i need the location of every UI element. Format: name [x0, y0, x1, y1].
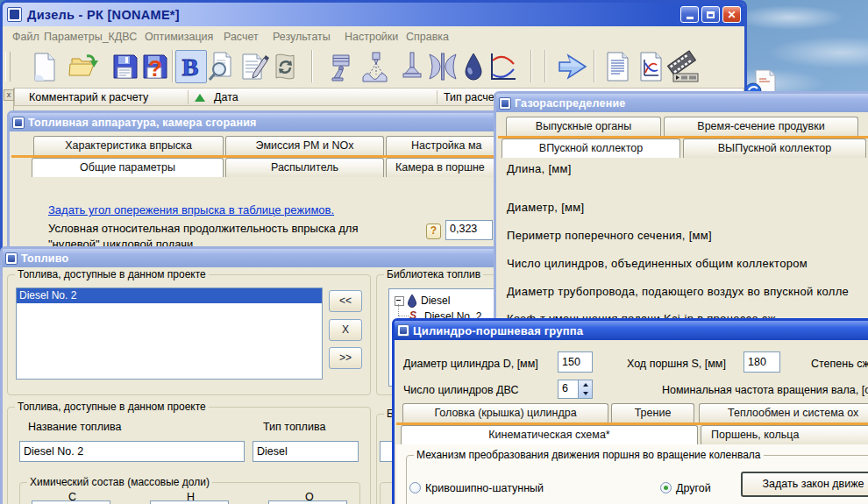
injection-advance-link[interactable]: Задать угол опережения впрыска в таблице… — [48, 203, 334, 217]
tab-friction[interactable]: Трение — [611, 403, 694, 422]
menu-calculation[interactable]: Расчет — [224, 31, 259, 43]
refresh-document-button[interactable] — [269, 50, 301, 83]
gas-row-pipe-diameter: Диаметр трубопровода, подающего воздух в… — [507, 285, 849, 298]
chem-c-input[interactable] — [32, 500, 110, 504]
toolbar-separator — [530, 50, 532, 82]
open-file-button[interactable] — [68, 50, 100, 83]
new-document-button[interactable] — [29, 50, 60, 83]
chem-h-input[interactable] — [150, 500, 229, 504]
scavenging-ports-button[interactable] — [426, 50, 458, 83]
menu-results[interactable]: Результаты — [273, 31, 331, 43]
help-button[interactable]: ? — [426, 224, 441, 239]
gas-title: Газораспределение — [515, 97, 625, 110]
tab-heat-exchange[interactable]: Теплообмен и система ох — [699, 403, 868, 422]
scavenging-ports-icon — [426, 50, 459, 83]
param-label-line1: Условная относительная продолжительность… — [48, 222, 358, 235]
tab-time-section[interactable]: Время-сечение продувки — [664, 117, 858, 136]
window-icon — [499, 97, 511, 110]
save-question-button[interactable]: ? — [139, 50, 170, 83]
fuel-listbox[interactable]: Diesel No. 2 — [16, 287, 323, 380]
save-button[interactable] — [109, 50, 140, 83]
stroke-label: Ход поршня S, [мм] — [627, 358, 726, 370]
move-right-button[interactable]: >> — [329, 347, 362, 369]
tab-intake-manifold[interactable]: ВПускной коллектор — [502, 138, 680, 158]
menu-engine-params[interactable]: Параметры_КДВС — [44, 31, 137, 43]
new-document-icon — [29, 50, 60, 83]
fuel-type-label: Тип топлива — [263, 421, 325, 433]
move-left-button[interactable]: << — [329, 290, 362, 312]
bore-input[interactable]: 150 — [558, 351, 593, 373]
stroke-input[interactable]: 180 — [743, 351, 780, 373]
other-radio[interactable] — [660, 482, 672, 493]
tab-injection-characteristic[interactable]: Характеристика впрыска — [33, 136, 224, 155]
b-tool-button[interactable]: B — [175, 50, 207, 83]
injector-spray-icon — [359, 50, 394, 83]
tab-kinematic-scheme[interactable]: Кинематическая схема* — [401, 425, 698, 444]
minimize-button[interactable] — [680, 6, 699, 23]
sort-ascending-icon[interactable] — [195, 94, 205, 102]
project-fuels-group-label: Топлива, доступные в данном проекте — [15, 268, 209, 280]
close-button[interactable]: ✕ — [722, 6, 741, 23]
results-chart-button[interactable] — [635, 50, 666, 83]
results-chart-icon — [635, 50, 666, 83]
edit-document-button[interactable] — [238, 50, 269, 83]
gas-row-length: Длина, [мм] — [507, 162, 572, 175]
window-icon — [12, 117, 25, 129]
fuel-name-input[interactable]: Diesel No. 2 — [19, 441, 245, 462]
tree-collapse-icon[interactable] — [395, 296, 404, 306]
stepper-down-icon[interactable] — [583, 392, 588, 395]
toolbar-grip — [5, 52, 11, 82]
header-date[interactable]: Дата — [214, 91, 238, 103]
tab-general-params[interactable]: Общие параметры — [32, 158, 224, 177]
run-calculation-button[interactable] — [557, 50, 588, 83]
motion-law-button[interactable]: Задать закон движе — [741, 472, 868, 497]
cylinder-count-label: Число цилиндров ДВС — [403, 384, 518, 396]
gas-row-diameter: Диаметр, [мм] — [507, 201, 584, 214]
tab-cylinder-head[interactable]: Головка (крышка) цилиндра — [402, 403, 608, 422]
menu-optimization[interactable]: Оптимизация — [145, 31, 213, 43]
delete-fuel-button[interactable]: X — [329, 319, 362, 341]
tree-item-diesel[interactable]: Diesel — [421, 295, 450, 307]
injector-spray-button[interactable] — [359, 50, 390, 83]
menu-file[interactable]: Файл — [12, 31, 39, 43]
menu-settings[interactable]: Настройки — [345, 31, 398, 43]
svg-text:B: B — [182, 53, 199, 81]
panel-close-button[interactable]: x — [4, 89, 14, 101]
fuel-apparatus-title: Топливная аппаратура, камера сгорания — [28, 117, 257, 129]
piston-button[interactable] — [325, 50, 357, 83]
tab-piston-rings[interactable]: Поршень, кольца — [701, 425, 868, 444]
tab-exhaust-organs[interactable]: Выпускные органы — [506, 117, 661, 136]
save-question-icon: ? — [139, 50, 170, 83]
cylinder-group-window: Цилиндро-поршневая группа Диаметр цилинд… — [392, 318, 868, 504]
toolbar-separator — [544, 50, 546, 82]
preview-document-button[interactable] — [206, 50, 238, 83]
stepper-buttons[interactable] — [578, 380, 592, 398]
cylinder-count-stepper[interactable]: 6 — [558, 380, 593, 399]
chem-o-input[interactable] — [268, 500, 347, 504]
animation-button[interactable] — [666, 50, 701, 83]
fuel-type-input[interactable]: Diesel — [253, 441, 359, 462]
report-button[interactable] — [601, 50, 633, 83]
cylinder-count-value: 6 — [562, 382, 568, 394]
injection-duration-input[interactable]: 0,323 — [445, 220, 493, 240]
fuel-drop-icon — [407, 294, 417, 308]
tab-exhaust-manifold[interactable]: ВЫПускной коллектор — [683, 138, 866, 158]
maximize-icon — [707, 11, 715, 18]
stepper-up-icon[interactable] — [583, 383, 588, 387]
fuel-drop-button[interactable] — [461, 50, 486, 83]
main-titlebar[interactable]: Дизель - РК [NONAME*] — [3, 3, 744, 26]
fuel-titlebar[interactable]: Топливо — [3, 249, 527, 267]
maximize-button[interactable] — [701, 6, 720, 23]
crank-radio[interactable] — [409, 482, 421, 493]
header-comment[interactable]: Комментарий к расчету — [29, 91, 148, 103]
gas-titlebar[interactable]: Газораспределение — [496, 94, 868, 112]
preview-document-icon — [206, 50, 238, 83]
curves-button[interactable] — [487, 50, 518, 83]
tab-atomizer[interactable]: Распылитель — [225, 158, 384, 177]
cylinder-titlebar[interactable]: Цилиндро-поршневая группа — [395, 321, 868, 340]
tab-emission[interactable]: Эмиссия PM и NOx — [225, 136, 384, 155]
menu-help[interactable]: Справка — [406, 31, 449, 43]
fuel-list-item-selected[interactable]: Diesel No. 2 — [17, 288, 322, 303]
minimize-icon — [687, 17, 694, 19]
valve-button[interactable] — [396, 50, 428, 83]
